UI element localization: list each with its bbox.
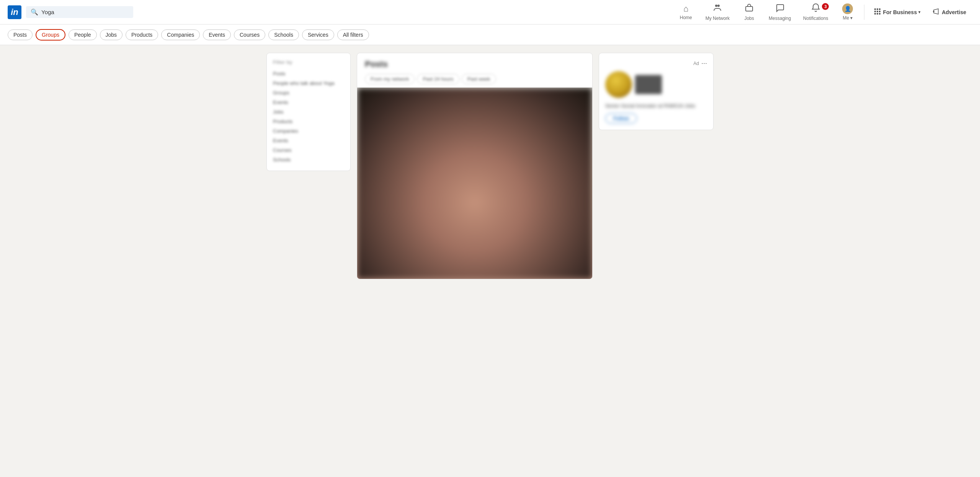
ad-follow-button[interactable]: Follow [605, 113, 637, 124]
network-label: My Network [706, 16, 730, 21]
ad-card: Ad ··· Senior Social Innovator at PAMOJA… [599, 53, 714, 130]
navbar: in 🔍 ⌂ Home My Network Jobs Messaging [0, 0, 980, 24]
messaging-icon [775, 3, 784, 15]
ad-sidebar: Ad ··· Senior Social Innovator at PAMOJA… [599, 53, 714, 279]
nav-messaging[interactable]: Messaging [763, 0, 797, 24]
sidebar-item-events2[interactable]: Events [273, 136, 344, 145]
filter-schools[interactable]: Schools [268, 29, 299, 40]
main-layout: Filter by Posts People who talk about Yo… [260, 53, 720, 279]
jobs-label: Jobs [744, 16, 754, 21]
tab-past-24h[interactable]: Past 24 hours [417, 74, 459, 84]
ad-header: Ad ··· [605, 59, 707, 67]
filter-courses[interactable]: Courses [234, 29, 265, 40]
content-image [357, 88, 592, 279]
svg-rect-6 [874, 11, 876, 12]
svg-rect-5 [879, 8, 880, 10]
filter-people[interactable]: People [69, 29, 97, 40]
sidebar-item-companies[interactable]: Companies [273, 126, 344, 136]
network-icon [713, 3, 722, 15]
sidebar-item-courses[interactable]: Courses [273, 145, 344, 155]
svg-point-12 [933, 11, 934, 12]
svg-point-0 [715, 5, 717, 7]
svg-rect-8 [879, 11, 880, 12]
ad-person-avatar [605, 71, 632, 98]
content-card-header: Posts From my network Past 24 hours Past… [357, 53, 592, 88]
filter-groups[interactable]: Groups [36, 29, 65, 41]
ad-content: Senior Social Innovator at PAMOJA Jobs F… [605, 71, 707, 124]
avatar: 👤 [842, 3, 853, 14]
filter-posts[interactable]: Posts [8, 29, 33, 40]
svg-rect-9 [874, 13, 876, 15]
sidebar-item-groups[interactable]: Groups [273, 88, 344, 98]
sidebar-item-posts[interactable]: Posts [273, 69, 344, 78]
sidebar-item-products[interactable]: Products [273, 117, 344, 126]
svg-rect-4 [877, 8, 878, 10]
nav-divider [864, 5, 864, 20]
filter-tabs: From my network Past 24 hours Past week [365, 74, 585, 84]
blurred-person-image [357, 88, 592, 279]
nav-items: ⌂ Home My Network Jobs Messaging 3 [673, 0, 972, 24]
filter-products[interactable]: Products [126, 29, 158, 40]
nav-jobs[interactable]: Jobs [736, 0, 763, 24]
content-card-title: Posts [365, 59, 585, 69]
jobs-icon [745, 3, 754, 15]
nav-me[interactable]: 👤 Me ▾ [834, 0, 861, 24]
nav-notifications[interactable]: 3 Notifications [797, 0, 834, 24]
sidebar-item-events[interactable]: Events [273, 98, 344, 107]
nav-home[interactable]: ⌂ Home [673, 0, 699, 24]
notifications-label: Notifications [803, 16, 828, 21]
content-card: Posts From my network Past 24 hours Past… [357, 53, 593, 279]
search-bar[interactable]: 🔍 [26, 6, 133, 18]
chevron-down-icon: ▾ [918, 10, 920, 14]
search-icon: 🔍 [31, 8, 38, 16]
advertise-icon [933, 8, 940, 16]
ad-label: Ad [693, 61, 699, 66]
sidebar-item-schools[interactable]: Schools [273, 155, 344, 164]
home-label: Home [680, 15, 692, 20]
notifications-icon [811, 3, 820, 15]
filter-events[interactable]: Events [203, 29, 231, 40]
for-business-label: For Business [883, 9, 917, 15]
search-input[interactable] [41, 9, 129, 15]
home-icon: ⌂ [683, 4, 688, 14]
sidebar: Filter by Posts People who talk about Yo… [266, 53, 351, 171]
svg-rect-2 [746, 7, 753, 11]
filter-companies[interactable]: Companies [161, 29, 200, 40]
svg-point-1 [717, 5, 720, 7]
ad-description: Senior Social Innovator at PAMOJA Jobs [605, 103, 707, 109]
filter-jobs[interactable]: Jobs [100, 29, 123, 40]
grid-icon [874, 8, 881, 16]
nav-for-business[interactable]: For Business ▾ [867, 0, 926, 24]
svg-rect-11 [879, 13, 880, 15]
messaging-label: Messaging [769, 16, 791, 21]
filter-bar: Posts Groups People Jobs Products Compan… [0, 24, 980, 45]
svg-rect-7 [877, 11, 878, 12]
me-label: Me ▾ [843, 15, 853, 21]
advertise-label: Advertise [942, 9, 966, 15]
filter-services[interactable]: Services [302, 29, 334, 40]
linkedin-logo[interactable]: in [8, 5, 21, 19]
svg-rect-3 [874, 8, 876, 10]
tab-past-week[interactable]: Past week [462, 74, 496, 84]
ad-images [605, 71, 707, 98]
nav-my-network[interactable]: My Network [699, 0, 736, 24]
filter-all-filters[interactable]: All filters [337, 29, 369, 40]
sidebar-item-jobs[interactable]: Jobs [273, 107, 344, 117]
center-content: Posts From my network Past 24 hours Past… [357, 53, 593, 279]
notifications-badge: 3 [822, 3, 829, 10]
tab-from-network[interactable]: From my network [365, 74, 415, 84]
ad-company-logo [635, 75, 662, 94]
nav-advertise[interactable]: Advertise [926, 0, 972, 24]
ad-more-button[interactable]: ··· [701, 59, 707, 67]
sidebar-item-people-yoga[interactable]: People who talk about Yoga [273, 78, 344, 88]
svg-rect-10 [877, 13, 878, 15]
sidebar-title: Filter by [273, 59, 344, 65]
